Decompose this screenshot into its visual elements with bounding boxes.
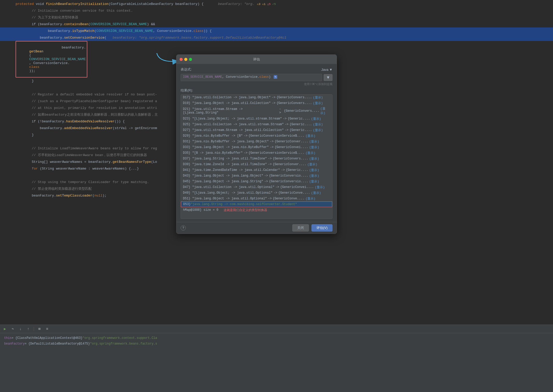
result-list[interactable]: D17} "java.util.Collection -> java.lang.… bbox=[181, 94, 332, 219]
code-line-3: // 为上下文初始化类型转换器 bbox=[0, 14, 553, 21]
expand-button[interactable]: ▼ bbox=[324, 74, 332, 81]
result-label: 结果(R): bbox=[181, 88, 332, 93]
step-into-button[interactable]: ↓ bbox=[18, 326, 23, 332]
dialog-titlebar: 评估 bbox=[176, 55, 337, 64]
evaluate-dialog: 评估 表达式: Java ▼ ION_SERVICE_BEAN_NAME, Co… bbox=[176, 54, 337, 234]
code-line-4: if (beanFactory. containsBean ( CONVERSI… bbox=[0, 21, 553, 27]
keyword-protected: protected bbox=[16, 2, 34, 6]
code-line-1: protected void finishBeanFactoryInitiali… bbox=[0, 1, 553, 7]
lang-selector[interactable]: Java ▼ bbox=[321, 68, 332, 72]
maximize-traffic-light[interactable] bbox=[189, 58, 192, 61]
dialog-title: 评估 bbox=[253, 57, 260, 62]
result-item-d49[interactable]: D49} "[Ljava.lang.Object; -> java.util.O… bbox=[181, 190, 332, 196]
code-line-5: beanFactory. isTypeMatch ( CONVERSION_SE… bbox=[0, 27, 553, 34]
result-item-d19[interactable]: D19} "java.lang.Object -> java.util.Coll… bbox=[181, 100, 332, 106]
code-line-6: beanFactory. setConversionService ( bean… bbox=[0, 34, 553, 41]
annotation-text: 这就是我们自定义的类型转换器 bbox=[224, 208, 267, 212]
expr-row: 表达式: Java ▼ bbox=[181, 67, 332, 72]
result-item-d21[interactable]: D21} "java.util.stream.Stream -> [Ljava.… bbox=[181, 106, 332, 116]
step-out-button[interactable]: ↑ bbox=[25, 326, 31, 332]
close-button[interactable]: 关闭 bbox=[292, 224, 309, 232]
evaluate-button[interactable]: 评估(V) bbox=[311, 224, 332, 232]
result-item-d33[interactable]: D33} "java.lang.Object -> java.nio.ByteB… bbox=[181, 144, 332, 150]
result-item-d35[interactable]: D35} "[B -> java.nio.ByteBuffer" -> {Gen… bbox=[181, 150, 332, 156]
expr-input-row: ION_SERVICE_BEAN_NAME, ConversionService… bbox=[181, 74, 332, 81]
variables-button[interactable]: ≡ bbox=[44, 326, 50, 332]
frames-button[interactable]: ⊞ bbox=[37, 326, 42, 332]
result-item-d23[interactable]: D23} "[Ljava.lang.Object; -> java.util.s… bbox=[181, 116, 332, 122]
resume-button[interactable]: ▶ bbox=[2, 326, 8, 332]
result-item-d47[interactable]: D47} "java.util.Collection -> java.util.… bbox=[181, 184, 332, 190]
result-item-d25[interactable]: D25} "java.util.Collection -> java.util.… bbox=[181, 122, 332, 127]
minimize-traffic-light[interactable] bbox=[184, 58, 187, 61]
result-item-d31[interactable]: D31} "java.nio.ByteBuffer -> java.lang.O… bbox=[181, 139, 332, 144]
code-line-2: // Initialize conversion service for thi… bbox=[0, 7, 553, 14]
result-item-d43[interactable]: D43} "java.lang.Object -> java.lang.Obje… bbox=[181, 173, 332, 179]
result-item-d39[interactable]: D39} "java.time.ZoneId -> java.util.Time… bbox=[181, 162, 332, 167]
dialog-footer: ? 关闭 评估(V) bbox=[176, 222, 337, 234]
expression-input[interactable]: ION_SERVICE_BEAN_NAME, ConversionService… bbox=[181, 74, 322, 81]
help-button[interactable]: ? bbox=[181, 225, 186, 230]
var-beanfactory: beanFactory = {DefaultListableBeanFactor… bbox=[4, 341, 549, 347]
traffic-lights bbox=[180, 58, 192, 61]
debug-vars-panel: this = {ClassPathXmlApplicationContext@4… bbox=[0, 333, 553, 349]
result-item-d17[interactable]: D17} "java.util.Collection -> java.lang.… bbox=[181, 95, 332, 100]
result-item-d29[interactable]: D29} "java.nio.ByteBuffer -> [B" -> {Gen… bbox=[181, 133, 332, 139]
toolbar-divider-1 bbox=[34, 327, 34, 331]
result-item-d53-highlighted[interactable]: D53} "java.lang.String -> com.mashibing.… bbox=[181, 201, 332, 207]
watch-hint: 使用⇧⌘⌥添加到监视 bbox=[181, 82, 332, 86]
result-item-d41[interactable]: D41} "java.time.ZonedDateTime -> java.ut… bbox=[181, 167, 332, 173]
result-item-d45[interactable]: D45} "java.lang.Object -> java.lang.Stri… bbox=[181, 179, 332, 184]
step-over-button[interactable]: ↷ bbox=[10, 326, 16, 332]
expr-label: 表达式: bbox=[181, 67, 196, 72]
debug-toolbar: ▶ ↷ ↓ ↑ ⊞ ≡ bbox=[0, 325, 553, 333]
var-name-this: this bbox=[4, 336, 12, 340]
result-extra: hMap@1888} size = 0 这就是我们自定义的类型转换器 bbox=[181, 207, 332, 213]
var-name-beanfactory: beanFactory bbox=[4, 342, 25, 346]
close-traffic-light[interactable] bbox=[180, 58, 183, 61]
var-this: this = {ClassPathXmlApplicationContext@4… bbox=[4, 335, 549, 341]
result-item-d37[interactable]: D37} "java.lang.String -> java.util.Time… bbox=[181, 156, 332, 162]
dialog-buttons: 关闭 评估(V) bbox=[292, 224, 332, 232]
bottom-panel: ▶ ↷ ↓ ↑ ⊞ ≡ this = {ClassPathXmlApplicat… bbox=[0, 325, 553, 392]
dialog-body: 表达式: Java ▼ ION_SERVICE_BEAN_NAME, Conve… bbox=[176, 64, 337, 222]
result-item-d51[interactable]: D51} "java.lang.Object -> java.util.Opti… bbox=[181, 196, 332, 201]
result-item-d27[interactable]: D27} "java.util.stream.Stream -> java.ut… bbox=[181, 127, 332, 133]
